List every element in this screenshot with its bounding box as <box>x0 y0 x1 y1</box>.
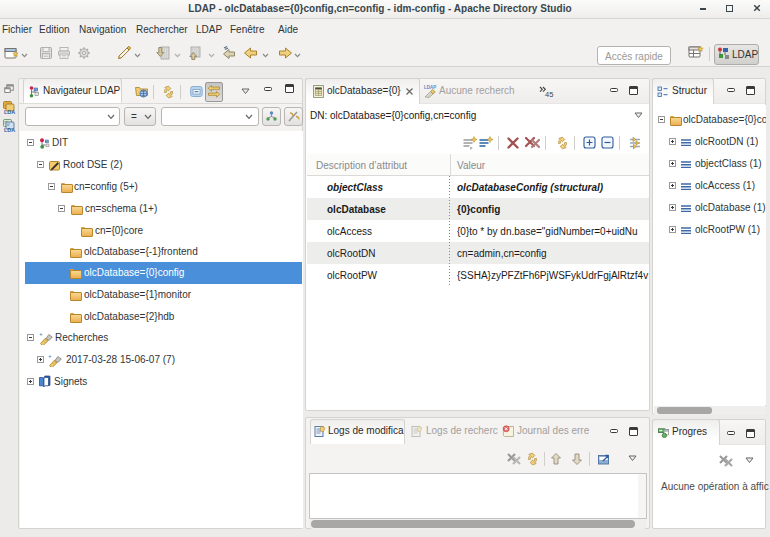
svg-text:LDA: LDA <box>4 109 15 115</box>
svg-text:LDAP: LDAP <box>424 85 436 90</box>
svg-text:LDA: LDA <box>4 127 15 133</box>
